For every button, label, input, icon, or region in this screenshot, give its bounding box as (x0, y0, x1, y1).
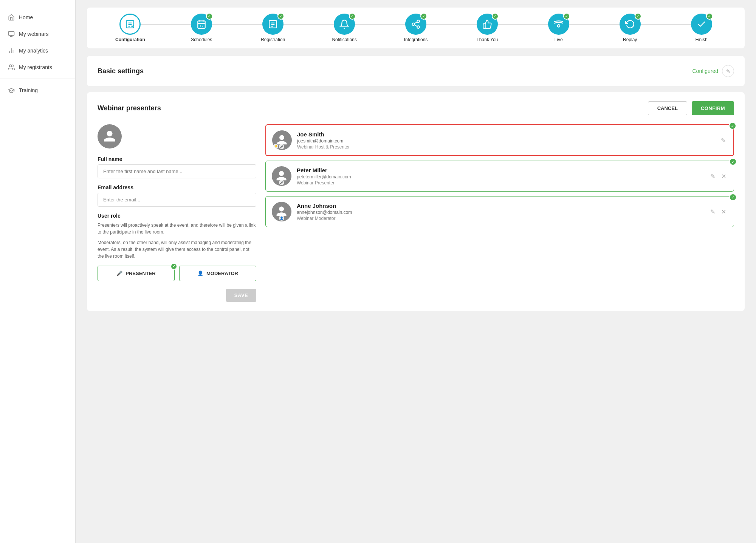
confirm-button[interactable]: CONFIRM (692, 101, 734, 115)
sidebar-item-registrants[interactable]: My registrants (0, 59, 75, 76)
peter-edit-button[interactable]: ✎ (709, 171, 717, 181)
save-button[interactable]: SAVE (226, 289, 256, 302)
svg-text:17: 17 (200, 24, 204, 28)
peter-actions: ✎ ✕ (709, 171, 728, 181)
configured-status: Configured (692, 68, 719, 74)
sidebar-item-training[interactable]: Training (0, 82, 75, 99)
presenter-role-check: ✓ (170, 263, 177, 270)
basic-settings-title: Basic settings (98, 67, 144, 75)
step-circle-schedules: 17 ✓ (191, 14, 212, 35)
presenter-card-anne[interactable]: 👤 Anne Johnson annejohnson@domain.com We… (265, 196, 734, 227)
sidebar-item-home[interactable]: Home (0, 9, 75, 26)
step-label-replay: Replay (623, 37, 637, 42)
joe-info: Joe Smith joesmith@domain.com Webinar Ho… (297, 131, 714, 150)
microphone-icon: 🎤 (116, 271, 122, 276)
step-label-registration: Registration (261, 37, 285, 42)
step-check-notifications: ✓ (349, 13, 356, 20)
step-integrations[interactable]: ✓ Integrations (380, 14, 452, 42)
anne-remove-button[interactable]: ✕ (720, 207, 728, 217)
step-check-integrations: ✓ (420, 13, 427, 20)
presenter-form: Full name Email address User role Presen… (98, 124, 256, 302)
presenter-role-button[interactable]: 🎤 PRESENTER ✓ (98, 266, 175, 281)
step-live[interactable]: ✓ Live (523, 14, 594, 42)
svg-point-22 (417, 26, 420, 28)
role-buttons: 🎤 PRESENTER ✓ 👤 MODERATOR (98, 266, 256, 281)
user-role-group: User role Presenters will proactively sp… (98, 213, 256, 260)
step-configuration[interactable]: Configuration (94, 14, 166, 42)
joe-role: Webinar Host & Presenter (297, 144, 714, 150)
svg-line-23 (414, 25, 417, 26)
step-circle-registration: ✓ (262, 14, 284, 35)
anne-edit-button[interactable]: ✎ (709, 207, 717, 217)
presenter-card-peter[interactable]: 🎤 Peter Miller petetermiller@domain.com … (265, 161, 734, 192)
peter-card-check: ✓ (729, 158, 737, 166)
home-icon (8, 14, 15, 21)
form-avatar-area (98, 124, 256, 149)
presenters-title: Webinar presenters (98, 104, 161, 112)
full-name-label: Full name (98, 156, 256, 162)
joe-name: Joe Smith (297, 131, 714, 138)
svg-point-25 (558, 25, 560, 27)
presenter-header-actions: CANCEL CONFIRM (648, 101, 734, 115)
webinar-presenters-card: Webinar presenters CANCEL CONFIRM Full n… (87, 92, 745, 311)
email-group: Email address (98, 184, 256, 207)
svg-point-21 (412, 23, 415, 26)
sidebar-item-analytics[interactable]: My analytics (0, 42, 75, 59)
presenter-btn-label: PRESENTER (125, 271, 155, 276)
sidebar-label-training: Training (19, 87, 38, 93)
svg-rect-0 (9, 31, 14, 36)
user-role-title: User role (98, 213, 256, 219)
anne-actions: ✎ ✕ (709, 207, 728, 217)
anne-email: annejohnson@domain.com (297, 210, 703, 215)
peter-name: Peter Miller (297, 167, 703, 173)
peter-remove-button[interactable]: ✕ (720, 171, 728, 181)
anne-avatar: 👤 (272, 202, 291, 221)
step-thankyou[interactable]: ✓ Thank You (451, 14, 523, 42)
step-schedules[interactable]: 17 ✓ Schedules (166, 14, 237, 42)
webinars-icon (8, 30, 15, 38)
sidebar-label-webinars: My webinars (19, 31, 49, 37)
user-role-desc2: Moderators, on the other hand, will only… (98, 239, 256, 260)
email-input[interactable] (98, 193, 256, 207)
step-circle-notifications: ✓ (334, 14, 355, 35)
peter-role: Webinar Presenter (297, 180, 703, 186)
step-circle-integrations: ✓ (405, 14, 426, 35)
analytics-icon (8, 47, 15, 54)
steps-navigation: Configuration 17 ✓ Schedules ✓ Registrat… (87, 8, 745, 48)
step-label-finish: Finish (696, 37, 708, 42)
step-label-notifications: Notifications (332, 37, 356, 42)
step-label-configuration: Configuration (115, 37, 145, 42)
step-check-live: ✓ (563, 13, 570, 20)
sidebar-item-webinars[interactable]: My webinars (0, 26, 75, 42)
step-replay[interactable]: ✓ Replay (594, 14, 666, 42)
registrants-icon (8, 63, 15, 71)
person-icon: 👤 (197, 271, 203, 276)
training-icon (8, 87, 15, 94)
sidebar-label-home: Home (19, 14, 33, 20)
step-check-thankyou: ✓ (492, 13, 499, 20)
step-circle-live: ✓ (548, 14, 569, 35)
sidebar-label-registrants: My registrants (19, 64, 52, 70)
moderator-role-button[interactable]: 👤 MODERATOR (179, 266, 256, 281)
basic-settings-card: Basic settings Configured ✎ (87, 56, 745, 86)
configured-badge: Configured ✎ (692, 65, 734, 77)
sidebar-divider (0, 79, 75, 79)
presenters-body: Full name Email address User role Presen… (98, 124, 734, 302)
joe-avatar: 🔑 🎤 (272, 130, 292, 150)
step-circle-finish: ✓ (691, 14, 712, 35)
step-circle-configuration (119, 14, 141, 35)
anne-card-check: ✓ (729, 193, 737, 201)
step-notifications[interactable]: ✓ Notifications (309, 14, 380, 42)
edit-pencil-icon: ✎ (726, 68, 730, 74)
step-label-integrations: Integrations (404, 37, 428, 42)
basic-settings-edit-button[interactable]: ✎ (722, 65, 734, 77)
step-registration[interactable]: ✓ Registration (237, 14, 309, 42)
presenter-card-joe[interactable]: 🔑 🎤 Joe Smith joesmith@domain.com Webina… (265, 124, 734, 156)
step-finish[interactable]: ✓ Finish (666, 14, 737, 42)
joe-edit-button[interactable]: ✎ (719, 135, 727, 145)
cancel-button[interactable]: CANCEL (648, 101, 687, 115)
step-check-replay: ✓ (635, 13, 641, 20)
full-name-input[interactable] (98, 164, 256, 178)
joe-email: joesmith@domain.com (297, 138, 714, 144)
svg-point-6 (9, 65, 12, 67)
